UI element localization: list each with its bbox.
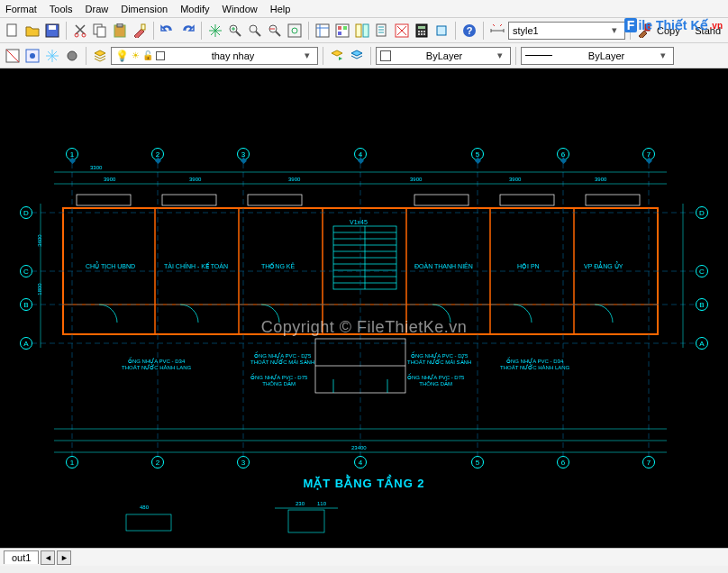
linetype-combo[interactable]: ByLayer ▾ xyxy=(521,47,674,65)
svg-point-26 xyxy=(418,31,420,32)
properties-icon[interactable] xyxy=(314,22,332,40)
save-icon[interactable] xyxy=(43,22,61,40)
layer-state-icons: 💡 ☀ 🔓 xyxy=(115,50,165,62)
note: ỐNG NHỰA PVC - D75THOÁT NƯỚC MÁI SẢNH xyxy=(407,353,471,366)
svg-rect-32 xyxy=(437,26,446,35)
svg-rect-15 xyxy=(316,24,329,37)
layer-states-icon[interactable] xyxy=(348,47,366,65)
chevron-down-icon: ▾ xyxy=(494,50,506,61)
grid-bubble: A xyxy=(20,337,32,350)
zoom-previous-icon[interactable] xyxy=(266,22,284,40)
room-label: VP ĐẢNG ỦY xyxy=(584,263,623,270)
svg-point-28 xyxy=(423,31,425,32)
layout-tab[interactable]: out1 xyxy=(4,550,39,564)
note: ỐNG NHỰA PVC - D75THÔNG DẦM xyxy=(407,375,464,387)
room-label: THỐNG KÊ xyxy=(261,263,295,270)
room-label: TÀI CHÍNH - KẾ TOÁN xyxy=(164,263,228,270)
dim: 3900 xyxy=(288,177,300,182)
svg-point-30 xyxy=(421,33,423,35)
grid-bubble: C xyxy=(20,265,32,277)
pan-icon[interactable] xyxy=(206,22,224,40)
layer-combo[interactable]: 💡 ☀ 🔓 thay nhay ▾ xyxy=(111,47,318,65)
toolbar-standard: ? style1 ▾ Copy Stand File Thiết Kế.vn xyxy=(0,18,728,43)
copy-icon[interactable] xyxy=(91,22,109,40)
note: ỐNG NHỰA PVC - D34THOÁT NƯỚC HÀNH LANG xyxy=(122,359,191,371)
calculator-icon[interactable] xyxy=(413,22,431,40)
room-label: CHỦ TỊCH UBND xyxy=(86,263,135,270)
zoom-extents-icon[interactable] xyxy=(286,22,304,40)
redo-icon[interactable] xyxy=(178,22,196,40)
lock-icon: 🔓 xyxy=(142,50,153,60)
svg-text:?: ? xyxy=(467,25,473,36)
svg-point-29 xyxy=(418,33,420,35)
zoom-realtime-icon[interactable] xyxy=(226,22,244,40)
layer-name: thay nhay xyxy=(212,50,255,61)
layer-iso-icon[interactable] xyxy=(4,47,22,65)
paste-icon[interactable] xyxy=(111,22,129,40)
layer-previous-icon[interactable] xyxy=(328,47,346,65)
svg-rect-73 xyxy=(414,195,469,205)
color-combo[interactable]: ByLayer ▾ xyxy=(376,47,511,65)
sheet-set-icon[interactable] xyxy=(373,22,391,40)
drawing-title: MẶT BẰNG TẦNG 2 xyxy=(303,477,424,490)
help-icon[interactable]: ? xyxy=(460,22,478,40)
zoom-window-icon[interactable] xyxy=(246,22,264,40)
open-icon[interactable] xyxy=(23,22,41,40)
svg-rect-85 xyxy=(126,514,171,531)
menu-help[interactable]: Help xyxy=(270,4,291,14)
svg-rect-19 xyxy=(338,32,341,35)
cut-icon[interactable] xyxy=(71,22,89,40)
grid-bubble: D xyxy=(696,206,708,219)
svg-point-39 xyxy=(68,51,77,60)
new-icon[interactable] xyxy=(4,22,22,40)
menu-tools[interactable]: Tools xyxy=(50,4,73,14)
layer-walk-icon[interactable] xyxy=(23,47,41,65)
toolbar-layers: 💡 ☀ 🔓 thay nhay ▾ ByLayer ▾ ByLayer ▾ xyxy=(0,43,728,68)
note: ỐNG NHỰA PVC - D75THÔNG DẦM xyxy=(250,375,307,387)
tool-palettes-icon[interactable] xyxy=(353,22,371,40)
svg-rect-74 xyxy=(500,195,554,205)
layer-manager-icon[interactable] xyxy=(91,47,109,65)
dim: 3600 xyxy=(37,234,42,246)
match-props-icon[interactable] xyxy=(131,22,149,40)
svg-rect-13 xyxy=(288,24,301,37)
grid-bubble: B xyxy=(20,298,32,311)
grid-bubble: C xyxy=(696,265,708,277)
menu-window[interactable]: Window xyxy=(223,4,258,14)
menu-modify[interactable]: Modify xyxy=(180,4,209,14)
svg-rect-70 xyxy=(77,195,131,205)
svg-rect-71 xyxy=(162,195,216,205)
dim: 3900 xyxy=(595,177,606,182)
grid-bubble: 6 xyxy=(557,456,569,468)
dimstyle-icon[interactable] xyxy=(488,22,506,40)
menu-dimension[interactable]: Dimension xyxy=(121,4,168,14)
layer-off-icon[interactable] xyxy=(63,47,81,65)
layer-freeze-icon[interactable] xyxy=(43,47,61,65)
svg-rect-9 xyxy=(141,24,145,30)
grid-bubble: A xyxy=(696,337,708,350)
block-editor-icon[interactable] xyxy=(432,22,450,40)
design-center-icon[interactable] xyxy=(333,22,351,40)
note: ỐNG NHỰA PVC - D75THOÁT NƯỚC MÁI SẢNH xyxy=(250,353,314,366)
tab-scroll-right-icon[interactable]: ► xyxy=(57,550,71,565)
dim: 1800 xyxy=(37,283,42,295)
svg-rect-17 xyxy=(338,26,341,30)
tab-scroll-left-icon[interactable]: ◄ xyxy=(41,550,55,565)
markup-icon[interactable] xyxy=(393,22,411,40)
svg-rect-75 xyxy=(586,195,640,205)
svg-rect-18 xyxy=(343,26,347,30)
svg-rect-25 xyxy=(418,26,425,29)
drawing-canvas[interactable]: 1 2 3 4 5 6 7 1 2 3 4 5 6 7 D C B A D C … xyxy=(0,68,728,548)
chevron-down-icon: ▾ xyxy=(657,50,669,61)
svg-point-14 xyxy=(292,28,297,33)
menu-draw[interactable]: Draw xyxy=(86,4,109,14)
model-tabs-bar: out1 ◄ ► xyxy=(0,548,728,566)
menu-bar: Format Tools Draw Dimension Modify Windo… xyxy=(0,0,728,18)
dim: 3900 xyxy=(410,177,422,182)
svg-point-38 xyxy=(30,53,35,59)
undo-icon[interactable] xyxy=(159,22,177,40)
grid-bubble: 3 xyxy=(237,456,250,468)
note: ỐNG NHỰA PVC - D34THOÁT NƯỚC HÀNH LANG xyxy=(500,359,569,371)
dimstyle-combo[interactable]: style1 ▾ xyxy=(508,22,625,40)
menu-format[interactable]: Format xyxy=(5,4,37,14)
